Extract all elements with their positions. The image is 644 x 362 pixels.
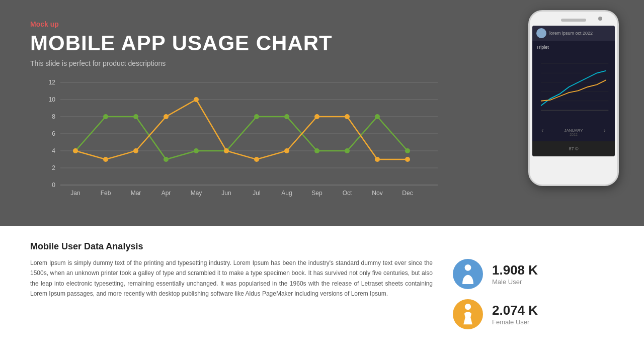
svg-text:2: 2 — [52, 164, 55, 171]
female-icon — [453, 299, 483, 329]
chart-container: 12 10 8 6 4 2 0 Jan Feb Mar Apr May Jun … — [30, 77, 443, 198]
svg-text:6: 6 — [52, 130, 55, 137]
phone-camera — [598, 17, 602, 21]
svg-text:Oct: Oct — [343, 190, 352, 197]
svg-text:4: 4 — [52, 147, 55, 154]
svg-text:Nov: Nov — [372, 190, 382, 197]
svg-point-49 — [405, 157, 410, 162]
phone-month: JANUARY — [564, 128, 583, 133]
svg-point-44 — [254, 157, 259, 162]
svg-text:Sep: Sep — [311, 190, 323, 197]
female-stat-row: 2.074 K Female User — [453, 299, 614, 329]
svg-point-27 — [103, 114, 108, 119]
female-value: 2.074 K — [492, 303, 538, 318]
page-subtitle: This slide is perfect for product descri… — [30, 59, 614, 67]
svg-point-37 — [405, 148, 410, 153]
page-title: MOBILE APP USAGE CHART — [30, 31, 614, 55]
analysis-text: Lorem Ipsum is simply dummy text of the … — [30, 258, 433, 299]
phone-mockup: lorem ipsum oct 2022 Triplet — [528, 10, 629, 221]
svg-text:Dec: Dec — [402, 190, 413, 197]
female-info: 2.074 K Female User — [492, 303, 538, 326]
svg-text:Jul: Jul — [253, 190, 260, 197]
svg-point-47 — [345, 114, 350, 119]
line-chart: 12 10 8 6 4 2 0 Jan Feb Mar Apr May Jun … — [30, 77, 443, 198]
svg-point-29 — [164, 157, 169, 162]
svg-text:Jun: Jun — [221, 190, 231, 197]
svg-point-46 — [314, 114, 319, 119]
male-info: 1.908 K Male User — [492, 262, 538, 286]
svg-point-48 — [375, 157, 380, 162]
svg-point-32 — [254, 114, 259, 119]
svg-point-45 — [284, 148, 289, 153]
svg-point-28 — [133, 114, 138, 119]
svg-point-36 — [375, 114, 380, 119]
phone-bottom-bar: 87 © — [532, 141, 615, 156]
svg-text:8: 8 — [52, 113, 55, 120]
male-stat-row: 1.908 K Male User — [453, 259, 614, 289]
phone-speaker — [561, 19, 586, 22]
svg-point-40 — [133, 148, 138, 153]
svg-point-43 — [224, 148, 229, 153]
svg-text:10: 10 — [49, 96, 56, 103]
top-section: Mock up MOBILE APP USAGE CHART This slid… — [0, 0, 644, 226]
svg-point-42 — [194, 97, 199, 102]
phone-screen-title: lorem ipsum oct 2022 — [549, 31, 593, 36]
svg-point-35 — [345, 148, 350, 153]
svg-text:May: May — [191, 190, 202, 197]
svg-point-41 — [164, 114, 169, 119]
svg-text:12: 12 — [49, 79, 56, 86]
svg-text:Feb: Feb — [101, 190, 111, 197]
svg-point-39 — [103, 157, 108, 162]
phone-avatar — [536, 28, 546, 38]
svg-text:Mar: Mar — [131, 190, 141, 197]
bottom-left: Mobile User Data Analysis Lorem Ipsum is… — [30, 241, 433, 347]
male-icon — [453, 259, 483, 289]
phone-screen: lorem ipsum oct 2022 Triplet — [532, 26, 615, 156]
male-value: 1.908 K — [492, 262, 538, 278]
bottom-section: Mobile User Data Analysis Lorem Ipsum is… — [0, 226, 644, 362]
bottom-right: 1.908 K Male User 2.074 K Female User — [453, 241, 614, 347]
svg-text:Aug: Aug — [281, 190, 292, 197]
analysis-title: Mobile User Data Analysis — [30, 241, 433, 252]
svg-point-38 — [73, 148, 78, 153]
phone-year: 2022 — [564, 133, 583, 136]
mockup-label: Mock up — [30, 20, 614, 28]
phone-triplet-label: Triplet — [536, 45, 611, 50]
svg-point-34 — [314, 148, 319, 153]
svg-point-33 — [284, 114, 289, 119]
svg-text:Jan: Jan — [70, 190, 80, 197]
phone-prev-arrow[interactable]: ‹ — [541, 126, 544, 136]
svg-point-57 — [465, 304, 471, 310]
svg-point-56 — [465, 264, 471, 271]
svg-point-30 — [194, 148, 199, 153]
svg-text:0: 0 — [52, 182, 55, 189]
male-label: Male User — [492, 278, 538, 286]
svg-text:Apr: Apr — [162, 190, 171, 197]
female-label: Female User — [492, 318, 538, 326]
phone-next-arrow[interactable]: › — [603, 126, 606, 136]
